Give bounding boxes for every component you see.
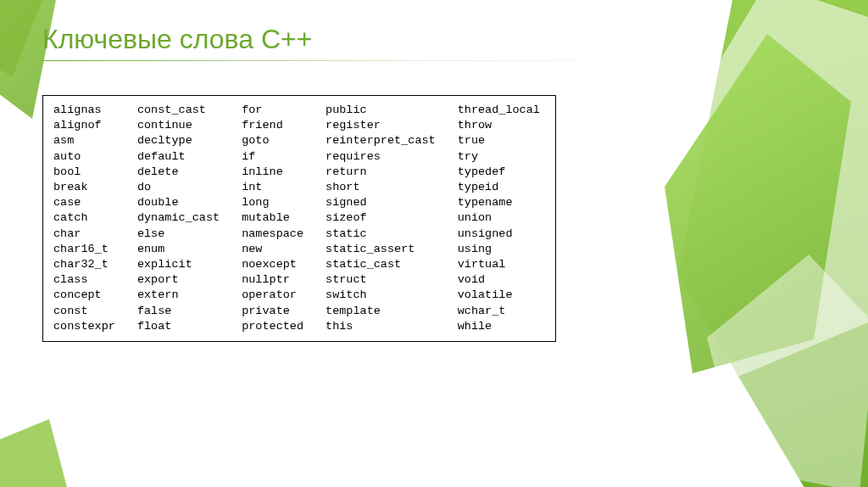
keyword: private [242,304,303,319]
keyword: public [326,103,436,118]
keyword: unsigned [458,227,540,242]
keyword: dynamic_cast [137,210,220,226]
keyword: inline [242,165,303,180]
keyword: int [242,180,303,195]
keyword: char [53,227,115,242]
keyword: if [242,149,303,165]
keyword: thread_local [458,103,540,118]
keyword: goto [242,133,303,148]
keyword: true [458,133,540,148]
keyword-column-3: for friend goto if inline int long mutab… [242,103,303,334]
keyword: switch [326,288,436,303]
keyword: false [137,304,220,319]
keyword: case [53,195,115,210]
keyword: using [458,242,540,257]
keyword: static_cast [326,257,436,272]
keyword: alignas [53,103,115,118]
keyword: char16_t [53,242,115,257]
keywords-grid: alignas alignof asm auto bool break case… [53,103,540,334]
keyword: break [53,180,115,195]
keyword: alignof [53,118,115,133]
title-underline [42,60,653,61]
keywords-table: alignas alignof asm auto bool break case… [42,95,556,342]
keyword: noexcept [242,257,303,272]
keyword: virtual [458,257,540,272]
keyword: decltype [137,133,220,148]
keyword: catch [53,210,115,226]
keyword: class [53,272,115,288]
keyword: float [137,319,220,334]
keyword-column-4: public register reinterpret_cast require… [326,103,436,334]
keyword: const [53,304,115,319]
keyword: wchar_t [458,304,540,319]
keyword: register [326,118,436,133]
keyword: export [137,272,220,288]
keyword: sizeof [326,210,436,226]
keyword: asm [53,133,115,148]
keyword: union [458,210,540,226]
keyword: const_cast [137,103,220,118]
keyword: default [137,149,220,165]
keyword: this [326,319,436,334]
keyword: try [458,149,540,165]
keyword: namespace [242,227,303,242]
keyword: template [326,304,436,319]
keyword: return [326,165,436,180]
keyword-column-2: const_cast continue decltype default del… [137,103,220,334]
keyword: typeid [458,180,540,195]
keyword: typename [458,195,540,210]
keyword: static [326,227,436,242]
keyword: else [137,227,220,242]
keyword: extern [137,288,220,303]
keyword: char32_t [53,257,115,272]
slide-title: Ключевые слова С++ [42,24,826,55]
keyword: new [242,242,303,257]
slide-content: Ключевые слова С++ alignas alignof asm a… [0,0,868,342]
keyword: reinterpret_cast [326,133,436,148]
keyword: double [137,195,220,210]
bg-polygon-bottom-left [0,419,68,487]
keyword: nullptr [242,272,303,288]
keyword: friend [242,118,303,133]
keyword: concept [53,288,115,303]
keyword: auto [53,149,115,165]
keyword: delete [137,165,220,180]
keyword: struct [326,272,436,288]
keyword: signed [326,195,436,210]
keyword: throw [458,118,540,133]
keyword: short [326,180,436,195]
keyword: constexpr [53,319,115,334]
keyword: explicit [137,257,220,272]
keyword: while [458,319,540,334]
keyword: void [458,272,540,288]
keyword-column-1: alignas alignof asm auto bool break case… [53,103,115,334]
keyword: enum [137,242,220,257]
keyword: static_assert [326,242,436,257]
keyword: typedef [458,165,540,180]
keyword: bool [53,165,115,180]
keyword: volatile [458,288,540,303]
keyword: long [242,195,303,210]
keyword-column-5: thread_local throw true try typedef type… [458,103,540,334]
keyword: operator [242,288,303,303]
keyword: requires [326,149,436,165]
keyword: for [242,103,303,118]
keyword: protected [242,319,303,334]
keyword: mutable [242,210,303,226]
keyword: do [137,180,220,195]
keyword: continue [137,118,220,133]
